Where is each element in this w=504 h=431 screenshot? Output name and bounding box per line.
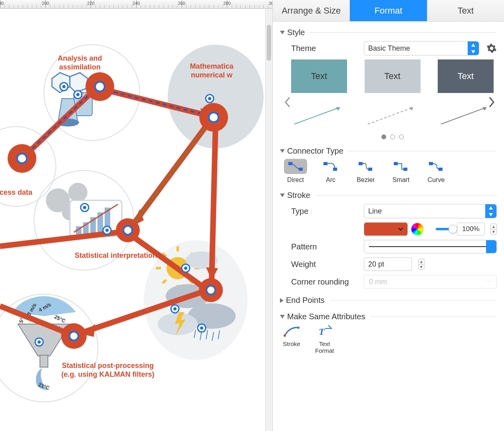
svg-point-107 — [297, 326, 300, 329]
canvas[interactable]: 8 m/s 4 m/s 15°C 25°C 21°C — [0, 9, 272, 431]
section-connector-type: Connector Type DirectArcBezierSmartCurve — [280, 146, 497, 184]
pattern-select[interactable] — [364, 240, 497, 253]
node-process-data[interactable] — [8, 144, 36, 173]
svg-line-51 — [22, 87, 98, 158]
select-stepper-icon[interactable] — [486, 240, 496, 253]
theme-select[interactable]: Basic Theme — [364, 41, 479, 55]
connector-type-arc[interactable]: Arc — [319, 159, 342, 184]
connector-type-label: Curve — [428, 176, 445, 184]
same-attr-text_format[interactable]: TText Format — [315, 324, 334, 354]
canvas-pane[interactable]: 180200220240260280300 — [0, 0, 272, 431]
stroke-type-select[interactable]: Line — [364, 204, 497, 218]
tab-format[interactable]: Format — [350, 0, 427, 21]
theme-swatch[interactable]: Text — [291, 59, 347, 93]
stroke-color-swatch[interactable] — [364, 222, 408, 236]
node-stat-interp[interactable] — [116, 218, 140, 242]
svg-rect-92 — [288, 162, 292, 165]
tab-text[interactable]: Text — [427, 0, 504, 21]
svg-rect-99 — [368, 168, 372, 171]
svg-rect-37 — [40, 355, 48, 367]
connector-type-bezier[interactable]: Bezier — [354, 159, 377, 184]
chevron-left-icon[interactable] — [284, 96, 292, 108]
svg-point-77 — [184, 267, 187, 270]
node-math[interactable] — [199, 103, 228, 132]
svg-point-69 — [62, 85, 65, 88]
node-weather[interactable] — [199, 278, 223, 302]
chevron-right-icon[interactable] — [487, 96, 495, 108]
section-header-same-attrs[interactable]: Make Same Attributes — [280, 312, 497, 321]
svg-marker-85 — [471, 50, 475, 53]
gear-icon[interactable] — [486, 43, 497, 53]
theme-arrow-sample[interactable] — [438, 103, 494, 127]
svg-point-55 — [17, 154, 27, 163]
label-math2: numerical w — [191, 71, 233, 79]
theme-arrow-sample[interactable] — [291, 103, 347, 127]
connector-type-label: Smart — [393, 176, 410, 184]
svg-line-88 — [368, 107, 413, 124]
select-stepper-icon[interactable] — [468, 42, 479, 55]
theme-label: Theme — [291, 44, 359, 53]
connector-type-label: Bezier — [357, 176, 375, 184]
node-postproc[interactable] — [61, 323, 87, 349]
diagram-svg[interactable]: 8 m/s 4 m/s 15°C 25°C 21°C — [0, 9, 272, 431]
page-dot[interactable] — [399, 134, 404, 139]
tab-arrange-size[interactable]: Arrange & Size — [273, 0, 350, 21]
text_format-icon: T — [315, 324, 334, 338]
label-process: cess data — [0, 188, 33, 196]
svg-rect-100 — [394, 162, 398, 165]
theme-arrow-sample[interactable] — [365, 103, 421, 127]
opacity-slider[interactable] — [436, 228, 453, 230]
label-post1: Statistical post-processing — [62, 362, 154, 370]
stroke-type-label: Type — [291, 207, 359, 216]
svg-line-86 — [294, 107, 340, 124]
label-math1: Mathematica — [190, 62, 234, 70]
inspector-tabs: Arrange & Size Format Text — [273, 0, 504, 22]
select-stepper-icon[interactable] — [485, 204, 496, 218]
section-header-connector[interactable]: Connector Type — [280, 146, 497, 156]
svg-point-59 — [209, 113, 218, 122]
section-title: Style — [287, 28, 305, 37]
theme-swatch[interactable]: Text — [438, 59, 494, 93]
page-dot[interactable] — [390, 134, 395, 139]
svg-rect-95 — [323, 162, 327, 165]
theme-value: Basic Theme — [368, 44, 410, 53]
connector-type-direct[interactable]: Direct — [284, 159, 307, 184]
slider-knob[interactable] — [448, 225, 457, 233]
weight-input[interactable]: 20 pt — [364, 257, 412, 271]
node-analysis[interactable] — [85, 72, 114, 101]
disclosure-triangle-icon — [280, 31, 285, 34]
label-analysis: Analysis and — [58, 54, 102, 62]
svg-point-73 — [83, 206, 86, 209]
svg-point-65 — [69, 332, 78, 340]
scroll-thumb[interactable] — [267, 25, 271, 61]
chevron-down-icon — [398, 227, 403, 231]
same-attr-stroke[interactable]: Stroke — [282, 324, 301, 354]
weight-stepper[interactable]: ▲▼ — [418, 259, 425, 270]
svg-marker-1 — [70, 73, 88, 93]
section-title: Connector Type — [287, 146, 343, 156]
color-wheel-icon[interactable] — [411, 223, 424, 235]
section-header-endpoints[interactable]: End Points — [280, 296, 497, 305]
label-stat-interp: Statistical interpretation — [75, 251, 157, 259]
inspector-panel: Arrange & Size Format Text Style Theme B… — [272, 0, 504, 431]
gallery-page-dots[interactable] — [291, 134, 494, 139]
theme-swatch[interactable]: Text — [365, 59, 421, 93]
section-same-attrs: Make Same Attributes StrokeTText Format — [280, 312, 497, 354]
svg-marker-105 — [489, 213, 493, 216]
section-header-stroke[interactable]: Stroke — [280, 191, 497, 200]
connector-type-smart[interactable]: Smart — [389, 159, 413, 184]
section-header-style[interactable]: Style — [280, 28, 497, 37]
connector-bezier-icon — [354, 159, 377, 174]
section-title: Make Same Attributes — [287, 312, 365, 321]
svg-point-98 — [365, 164, 367, 166]
solid-line-icon — [369, 246, 492, 247]
opacity-value[interactable]: 100% — [457, 223, 485, 235]
section-title: End Points — [286, 296, 325, 305]
vertical-scrollbar[interactable] — [265, 9, 272, 431]
connector-type-curve[interactable]: Curve — [425, 159, 448, 184]
page-dot[interactable] — [381, 134, 386, 139]
opacity-stepper[interactable]: ▲▼ — [490, 223, 497, 235]
svg-point-75 — [105, 229, 109, 232]
same-attr-label: Stroke — [283, 340, 300, 347]
weight-label: Weight — [291, 260, 359, 269]
